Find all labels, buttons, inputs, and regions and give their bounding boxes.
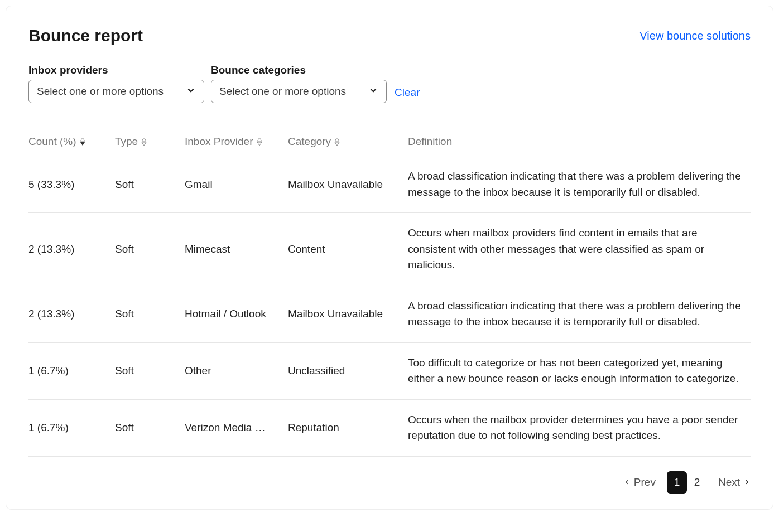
svg-marker-6 — [335, 138, 339, 141]
clear-filters-link[interactable]: Clear — [395, 86, 420, 99]
svg-marker-5 — [257, 142, 262, 146]
prev-label: Prev — [634, 476, 656, 489]
svg-marker-0 — [80, 138, 85, 141]
cell-type: Soft — [115, 286, 185, 342]
inbox-providers-select[interactable]: Select one or more options — [28, 80, 204, 103]
chevron-left-icon — [623, 476, 631, 489]
cell-definition: A broad classification indicating that t… — [408, 286, 751, 342]
cell-type: Soft — [115, 342, 185, 399]
cell-count: 5 (33.3%) — [28, 156, 115, 213]
prev-button[interactable]: Prev — [623, 476, 656, 489]
cell-provider: Other — [185, 342, 288, 399]
bounce-table: Count (%) Type — [28, 128, 751, 457]
col-definition-label: Definition — [408, 136, 452, 147]
col-type[interactable]: Type — [115, 128, 185, 156]
svg-marker-1 — [80, 142, 85, 146]
bounce-categories-select[interactable]: Select one or more options — [211, 80, 387, 103]
page-number-2[interactable]: 2 — [687, 471, 707, 494]
header-row: Bounce report View bounce solutions — [28, 26, 751, 45]
cell-definition: Too difficult to categorize or has not b… — [408, 342, 751, 399]
table-row: 2 (13.3%)SoftHotmail / OutlookMailbox Un… — [28, 286, 751, 342]
pagination: Prev 12 Next — [28, 471, 751, 494]
cell-type: Soft — [115, 399, 185, 456]
bounce-categories-label: Bounce categories — [211, 64, 387, 76]
next-button[interactable]: Next — [718, 476, 751, 489]
cell-category: Unclassified — [288, 342, 408, 399]
chevron-right-icon — [743, 476, 751, 489]
table-row: 5 (33.3%)SoftGmailMailbox UnavailableA b… — [28, 156, 751, 213]
table-row: 1 (6.7%)SoftVerizon Media …ReputationOcc… — [28, 399, 751, 456]
cell-count: 2 (13.3%) — [28, 213, 115, 286]
col-category-label: Category — [288, 136, 331, 148]
sort-icon — [141, 138, 147, 146]
chevron-down-icon — [186, 85, 196, 98]
sort-icon — [80, 138, 85, 146]
col-provider-label: Inbox Provider — [185, 136, 253, 148]
cell-definition: Occurs when the mailbox provider determi… — [408, 399, 751, 456]
bounce-categories-placeholder: Select one or more options — [219, 85, 346, 98]
col-category[interactable]: Category — [288, 128, 408, 156]
cell-provider: Verizon Media … — [185, 399, 288, 456]
table-row: 1 (6.7%)SoftOtherUnclassifiedToo difficu… — [28, 342, 751, 399]
table-row: 2 (13.3%)SoftMimecastContentOccurs when … — [28, 213, 751, 286]
cell-category: Mailbox Unavailable — [288, 156, 408, 213]
inbox-providers-label: Inbox providers — [28, 64, 204, 76]
col-count-label: Count (%) — [28, 136, 76, 148]
cell-type: Soft — [115, 213, 185, 286]
view-solutions-link[interactable]: View bounce solutions — [639, 30, 751, 42]
svg-marker-2 — [142, 138, 146, 141]
cell-type: Soft — [115, 156, 185, 213]
svg-marker-4 — [257, 138, 262, 141]
col-type-label: Type — [115, 136, 138, 148]
cell-definition: A broad classification indicating that t… — [408, 156, 751, 213]
cell-category: Mailbox Unavailable — [288, 286, 408, 342]
filters-row: Inbox providers Select one or more optio… — [28, 64, 751, 103]
cell-count: 1 (6.7%) — [28, 399, 115, 456]
cell-provider: Gmail — [185, 156, 288, 213]
next-label: Next — [718, 476, 740, 489]
cell-provider: Mimecast — [185, 213, 288, 286]
page-title: Bounce report — [28, 26, 143, 45]
cell-category: Reputation — [288, 399, 408, 456]
svg-marker-3 — [142, 142, 146, 146]
bounce-report-card: Bounce report View bounce solutions Inbo… — [6, 6, 773, 510]
sort-icon — [334, 138, 340, 146]
col-count[interactable]: Count (%) — [28, 128, 115, 156]
cell-provider: Hotmail / Outlook — [185, 286, 288, 342]
col-provider[interactable]: Inbox Provider — [185, 128, 288, 156]
cell-count: 2 (13.3%) — [28, 286, 115, 342]
cell-definition: Occurs when mailbox providers find conte… — [408, 213, 751, 286]
inbox-providers-placeholder: Select one or more options — [37, 85, 164, 98]
chevron-down-icon — [368, 85, 378, 98]
cell-count: 1 (6.7%) — [28, 342, 115, 399]
bounce-categories-filter: Bounce categories Select one or more opt… — [211, 64, 387, 103]
page-number-1[interactable]: 1 — [667, 471, 687, 494]
sort-icon — [257, 138, 262, 146]
cell-category: Content — [288, 213, 408, 286]
inbox-providers-filter: Inbox providers Select one or more optio… — [28, 64, 204, 103]
svg-marker-7 — [335, 142, 339, 146]
col-definition: Definition — [408, 128, 751, 156]
